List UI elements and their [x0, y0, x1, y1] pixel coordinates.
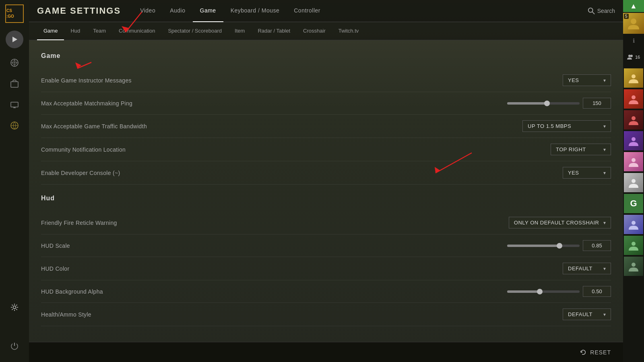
rs-main-avatar[interactable]: 5 [623, 13, 644, 34]
dropdown-friendly-fire[interactable]: ONLY ON DEFAULT CROSSHAIR ▾ [509, 217, 611, 228]
sub-tab-crosshair[interactable]: Crosshair [297, 22, 332, 40]
rs-avatar-g[interactable]: G [624, 194, 643, 213]
rs-avatar-1[interactable] [624, 68, 643, 88]
svg-point-31 [632, 158, 636, 162]
rs-badge-count: 5 [624, 14, 629, 19]
sub-tab-spectator-scoreboard[interactable]: Spectator / Scoreboard [161, 22, 228, 40]
csgo-logo[interactable]: CS :GO [5, 4, 24, 23]
rs-avatar-2[interactable] [624, 89, 643, 109]
ping-slider-thumb[interactable] [544, 101, 550, 106]
game-section-header: Game [41, 52, 611, 63]
tab-keyboard-mouse[interactable]: Keyboard / Mouse [223, 0, 287, 22]
setting-label-health-ammo: Health/Ammo Style [41, 311, 563, 318]
sub-tab-game[interactable]: Game [37, 22, 64, 40]
dropdown-developer-console[interactable]: YES ▾ [563, 167, 611, 179]
rs-info-icon[interactable]: ℹ [624, 35, 643, 47]
play-button[interactable] [6, 31, 23, 48]
svg-text:CS: CS [6, 8, 12, 13]
svg-point-27 [632, 74, 636, 78]
sub-tab-hud[interactable]: Hud [64, 22, 87, 40]
hud-scale-slider-thumb[interactable] [557, 243, 562, 249]
ping-slider-fill [507, 102, 547, 105]
chevron-down-icon: ▾ [603, 220, 606, 226]
page-title: GAME SETTINGS [37, 6, 121, 16]
tab-controller[interactable]: Controller [287, 0, 328, 22]
setting-enable-instructor: Enable Game Instructor Messages YES ▾ [41, 69, 611, 92]
tab-audio[interactable]: Audio [163, 0, 192, 22]
rs-avatar-9[interactable] [624, 236, 643, 255]
svg-point-16 [588, 8, 592, 12]
search-area[interactable]: Search [588, 7, 615, 14]
sub-tab-communication[interactable]: Communication [112, 22, 161, 40]
dropdown-traffic-bandwidth[interactable]: UP TO 1.5 MBPS ▾ [522, 120, 611, 132]
search-icon [588, 7, 595, 14]
hud-scale-slider-fill [507, 245, 559, 247]
svg-point-24 [631, 19, 636, 24]
main-area: GAME SETTINGS Video Audio Game Keyboard … [29, 0, 623, 362]
hud-scale-slider-track[interactable] [507, 245, 580, 247]
tab-video[interactable]: Video [133, 0, 163, 22]
hud-alpha-slider-fill [507, 290, 540, 293]
hud-alpha-value-input[interactable] [583, 286, 611, 297]
setting-control-health-ammo: DEFAULT ▾ [563, 309, 611, 320]
setting-notification-location: Community Notification Location TOP RIGH… [41, 138, 611, 161]
setting-control-traffic: UP TO 1.5 MBPS ▾ [522, 120, 611, 132]
sub-tab-radar-tablet[interactable]: Radar / Tablet [251, 22, 297, 40]
rs-avatar-10[interactable] [624, 257, 643, 276]
setting-label-instructor: Enable Game Instructor Messages [41, 77, 563, 84]
dropdown-hud-color[interactable]: DEFAULT ▾ [563, 263, 611, 274]
rs-avatar-4[interactable] [624, 131, 643, 150]
sub-tab-team[interactable]: Team [87, 22, 112, 40]
setting-label-friendly-fire: Friendly Fire Reticle Warning [41, 220, 509, 226]
tab-game[interactable]: Game [193, 0, 223, 22]
setting-label-dev-console: Enable Developer Console (~) [41, 170, 563, 176]
nav-tabs: Video Audio Game Keyboard / Mouse Contro… [133, 0, 580, 22]
setting-hud-scale: HUD Scale [41, 234, 611, 257]
setting-control-max-ping [507, 98, 611, 109]
rs-avatar-8[interactable] [624, 215, 643, 234]
chevron-down-icon: ▾ [603, 312, 606, 317]
search-label: Search [597, 8, 615, 14]
dropdown-health-ammo-style[interactable]: DEFAULT ▾ [563, 309, 611, 320]
svg-point-28 [632, 95, 636, 99]
svg-marker-4 [12, 37, 17, 42]
rs-avatar-5[interactable] [624, 152, 643, 171]
sub-tab-item[interactable]: Item [228, 22, 251, 40]
dropdown-instructor-messages[interactable]: YES ▾ [563, 74, 611, 86]
ping-slider-track[interactable] [507, 102, 580, 105]
top-navigation: GAME SETTINGS Video Audio Game Keyboard … [29, 0, 623, 22]
setting-label-hud-scale: HUD Scale [41, 243, 507, 249]
inventory-icon[interactable] [6, 76, 23, 92]
settings-content: Game Enable Game Instructor Messages YES… [29, 40, 623, 342]
right-sidebar: ▲ 5 ℹ 16 [623, 0, 644, 362]
settings-icon[interactable] [6, 299, 23, 315]
setting-traffic-bandwidth: Max Acceptable Game Traffic Bandwidth UP… [41, 115, 611, 138]
dropdown-health-ammo-value: DEFAULT [568, 311, 592, 317]
svg-point-30 [632, 137, 636, 141]
globe-icon[interactable] [6, 117, 23, 134]
setting-label-max-ping: Max Acceptable Matchmaking Ping [41, 100, 507, 107]
svg-rect-0 [5, 4, 24, 23]
rs-avatar-3[interactable] [624, 110, 643, 130]
players-count: 16 [635, 55, 640, 60]
rs-avatar-6[interactable] [624, 173, 643, 192]
tv-icon[interactable] [6, 97, 23, 113]
dropdown-notification-location[interactable]: TOP RIGHT ▾ [551, 144, 611, 155]
hud-alpha-slider-track[interactable] [507, 290, 580, 293]
setting-control-instructor: YES ▾ [563, 74, 611, 86]
svg-point-35 [632, 263, 636, 267]
rs-top-bar: ▲ [623, 0, 644, 12]
left-sidebar: CS :GO [0, 0, 29, 362]
power-icon[interactable] [6, 338, 23, 354]
ping-value-input[interactable] [583, 98, 611, 109]
radar-icon[interactable] [6, 55, 23, 71]
svg-point-15 [13, 306, 16, 309]
hud-section-header: Hud [41, 195, 611, 205]
svg-point-33 [632, 221, 636, 225]
dropdown-traffic-value: UP TO 1.5 MBPS [528, 123, 571, 129]
sub-tab-twitchtv[interactable]: Twitch.tv [332, 22, 365, 40]
avatar-g-letter: G [630, 198, 637, 209]
hud-alpha-slider-thumb[interactable] [537, 289, 543, 294]
hud-scale-value-input[interactable] [583, 240, 611, 251]
reset-button[interactable]: RESET [580, 349, 611, 356]
